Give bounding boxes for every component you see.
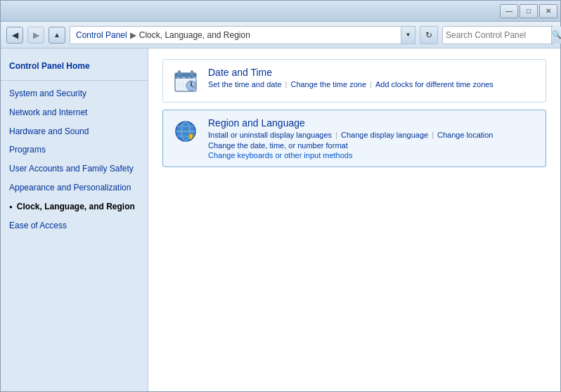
date-time-title[interactable]: Date and Time <box>208 67 537 78</box>
main-window: — □ ✕ ◀ ▶ ▲ Control Panel ▶ Clock, Langu… <box>0 0 561 392</box>
address-bar: ◀ ▶ ▲ Control Panel ▶ Clock, Language, a… <box>1 22 560 48</box>
region-language-title[interactable]: Region and Language <box>208 117 537 129</box>
search-button[interactable]: 🔍 <box>551 27 561 44</box>
sidebar-item-hardware-sound[interactable]: Hardware and Sound <box>1 122 148 141</box>
breadcrumb-part2: Clock, Language, and Region <box>139 30 250 40</box>
date-time-header: Su Mo Tu We Th Fr Sa Date and Time Set t… <box>172 67 537 95</box>
sidebar-item-clock-language[interactable]: Clock, Language, and Region <box>1 197 148 216</box>
svg-text:Su Mo Tu We Th Fr Sa: Su Mo Tu We Th Fr Sa <box>176 76 199 80</box>
add-clocks-link[interactable]: Add clocks for different time zones <box>375 80 494 89</box>
change-timezone-link[interactable]: Change the time zone <box>290 80 366 89</box>
breadcrumb-sep1: ▶ <box>130 30 136 40</box>
breadcrumb-dropdown[interactable]: ▼ <box>401 26 415 44</box>
region-language-links3: Change keyboards or other input methods <box>208 151 537 159</box>
sidebar-item-ease-access[interactable]: Ease of Access <box>1 216 148 235</box>
date-time-body: Date and Time Set the time and date | Ch… <box>208 67 537 89</box>
region-language-icon <box>172 117 200 145</box>
region-language-links2: Change the date, time, or number format <box>208 141 537 150</box>
date-time-icon: Su Mo Tu We Th Fr Sa <box>172 67 200 95</box>
sidebar-item-appearance[interactable]: Appearance and Personalization <box>1 178 148 197</box>
main-content: Control Panel Home System and Security N… <box>1 48 560 391</box>
breadcrumb-part1[interactable]: Control Panel <box>76 30 127 40</box>
content-panel: Su Mo Tu We Th Fr Sa Date and Time Set t… <box>148 48 560 391</box>
date-time-card: Su Mo Tu We Th Fr Sa Date and Time Set t… <box>162 59 546 103</box>
region-language-body: Region and Language Install or uninstall… <box>208 117 537 159</box>
up-button[interactable]: ▲ <box>49 27 65 44</box>
date-time-links: Set the time and date | Change the time … <box>208 80 537 89</box>
sidebar-divider <box>1 80 148 81</box>
region-language-card: Region and Language Install or uninstall… <box>162 110 546 167</box>
sep2: | <box>370 80 372 89</box>
sidebar-item-programs[interactable]: Programs <box>1 141 148 159</box>
search-box: 🔍 <box>442 26 555 44</box>
sep3: | <box>335 131 337 139</box>
maximize-button[interactable]: □ <box>520 4 538 18</box>
install-lang-link[interactable]: Install or uninstall display languages <box>208 131 332 139</box>
sidebar-item-user-accounts[interactable]: User Accounts and Family Safety <box>1 159 148 178</box>
region-language-links: Install or uninstall display languages |… <box>208 131 537 139</box>
sep4: | <box>432 131 434 139</box>
sidebar-item-system-security[interactable]: System and Security <box>1 84 148 103</box>
sep1: | <box>285 80 288 89</box>
change-date-format-link[interactable]: Change the date, time, or number format <box>208 141 348 150</box>
search-input[interactable] <box>446 30 551 40</box>
svg-rect-2 <box>178 70 181 76</box>
breadcrumb: Control Panel ▶ Clock, Language, and Reg… <box>70 26 401 44</box>
minimize-button[interactable]: — <box>500 4 518 18</box>
close-button[interactable]: ✕ <box>539 4 557 18</box>
title-bar: — □ ✕ <box>1 1 560 22</box>
forward-button[interactable]: ▶ <box>27 27 44 44</box>
svg-rect-3 <box>191 70 193 76</box>
change-location-link[interactable]: Change location <box>437 131 494 139</box>
change-keyboards-link[interactable]: Change keyboards or other input methods <box>208 151 352 159</box>
sidebar: Control Panel Home System and Security N… <box>1 48 148 391</box>
refresh-button[interactable]: ↻ <box>420 26 438 44</box>
sidebar-home[interactable]: Control Panel Home <box>1 55 148 77</box>
back-button[interactable]: ◀ <box>6 27 23 44</box>
change-display-lang-link[interactable]: Change display language <box>341 131 428 139</box>
set-time-link[interactable]: Set the time and date <box>208 80 282 89</box>
region-language-header: Region and Language Install or uninstall… <box>172 117 537 159</box>
window-controls: — □ ✕ <box>500 4 557 18</box>
sidebar-item-network-internet[interactable]: Network and Internet <box>1 103 148 122</box>
